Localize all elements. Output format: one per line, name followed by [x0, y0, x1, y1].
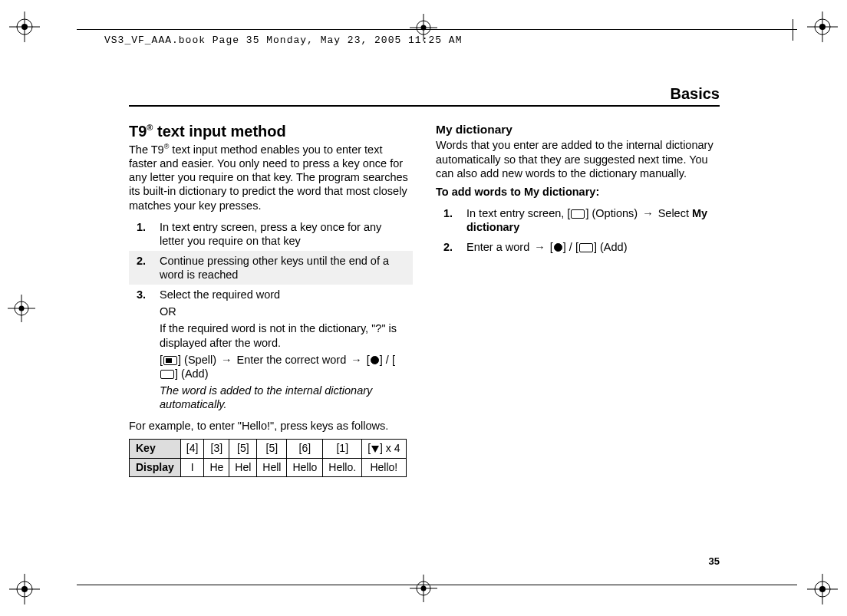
right-column: My dictionary Words that you enter are a… — [436, 122, 720, 477]
after-or-text: If the required word is not in the dicti… — [160, 321, 408, 349]
softkey-icon — [160, 370, 174, 379]
left-column: T9® text input method The T9® text input… — [129, 122, 413, 477]
arrow-right-icon: → — [351, 353, 362, 367]
center-key-icon — [371, 356, 379, 364]
example-intro: For example, to enter "Hello!", press ke… — [129, 419, 413, 433]
list-item: 3. Select the required word OR If the re… — [129, 285, 413, 414]
dictionary-steps: 1. In text entry screen, [] (Options) → … — [436, 203, 720, 257]
list-item: 1. In text entry screen, press a key onc… — [129, 217, 413, 251]
file-header: VS3_VF_AAA.book Page 35 Monday, May 23, … — [104, 35, 462, 47]
my-dictionary-intro: Words that you enter are added to the in… — [436, 138, 720, 180]
row-label: Display — [130, 458, 181, 477]
reg-mark-bottom — [410, 575, 437, 602]
reg-mark-left — [8, 295, 35, 322]
crop-mark-tr — [807, 12, 838, 42]
crop-mark-tl — [9, 12, 40, 42]
arrow-right-icon: → — [221, 353, 232, 367]
crop-mark-bl — [9, 574, 40, 604]
softkey-icon — [571, 209, 585, 219]
example-table: Key [4] [3] [5] [5] [6] [1] [] x 4 Displ… — [129, 439, 407, 477]
dictionary-note: The word is added to the internal dictio… — [160, 384, 408, 411]
softkey-icon — [579, 243, 593, 252]
crop-mark-br — [807, 574, 838, 604]
table-row: Key [4] [3] [5] [5] [6] [1] [] x 4 — [130, 440, 407, 459]
t9-heading: T9® text input method — [129, 122, 413, 141]
arrow-right-icon: → — [534, 240, 545, 254]
list-item: 1. In text entry screen, [] (Options) → … — [436, 203, 720, 237]
spell-line: [] (Spell) → Enter the correct word → []… — [160, 353, 408, 380]
t9-intro: The T9® text input method enables you to… — [129, 143, 413, 212]
t9-heading-suffix: text input method — [153, 123, 285, 140]
or-label: OR — [160, 305, 408, 318]
down-key-icon — [371, 446, 379, 453]
my-dictionary-heading: My dictionary — [436, 122, 720, 137]
row-label: Key — [130, 440, 181, 459]
page-number: 35 — [709, 555, 720, 568]
footer-rule — [77, 585, 797, 585]
page-content: Basics T9® text input method The T9® tex… — [129, 84, 720, 568]
center-key-icon — [554, 243, 562, 252]
t9-heading-prefix: T9 — [129, 123, 147, 140]
t9-steps: 1. In text entry screen, press a key onc… — [129, 217, 413, 415]
arrow-right-icon: → — [642, 206, 654, 220]
header-rule — [77, 29, 797, 30]
last-key-cell: [] x 4 — [362, 440, 406, 459]
list-item: 2. Enter a word → [] / [] (Add) — [436, 237, 720, 257]
section-title: Basics — [129, 84, 720, 107]
softkey-icon — [163, 356, 177, 365]
list-item: 2. Continue pressing other keys until th… — [129, 251, 413, 285]
table-row: Display I He Hel Hell Hello Hello. Hello… — [130, 458, 407, 477]
add-words-subhead: To add words to My dictionary: — [436, 185, 720, 199]
